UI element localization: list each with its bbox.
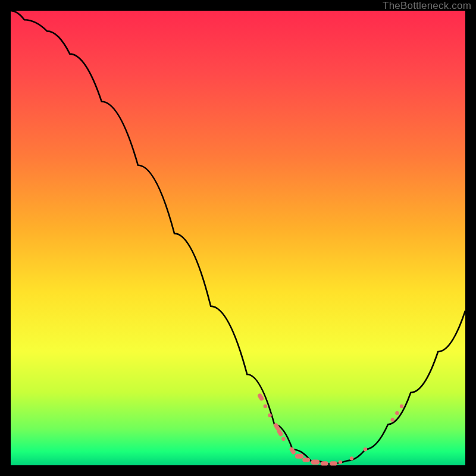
data-marker [264, 404, 267, 408]
chart-plot-area [11, 11, 465, 465]
data-marker [311, 460, 320, 465]
markers [257, 393, 403, 465]
data-marker [364, 447, 367, 451]
data-marker [330, 461, 337, 465]
data-marker [391, 418, 394, 421]
bottleneck-curve [11, 11, 465, 464]
watermark-text: TheBottleneck.com [383, 0, 471, 12]
data-marker [395, 411, 399, 415]
chart-frame: TheBottleneck.com [0, 0, 476, 476]
data-marker [350, 456, 353, 460]
data-marker [302, 458, 310, 462]
data-marker [289, 446, 296, 455]
chart-svg [11, 11, 465, 465]
data-marker [400, 404, 403, 408]
data-marker [281, 437, 285, 440]
data-marker [268, 414, 271, 417]
data-marker [339, 460, 342, 464]
data-marker [295, 454, 303, 459]
data-marker [321, 461, 328, 465]
